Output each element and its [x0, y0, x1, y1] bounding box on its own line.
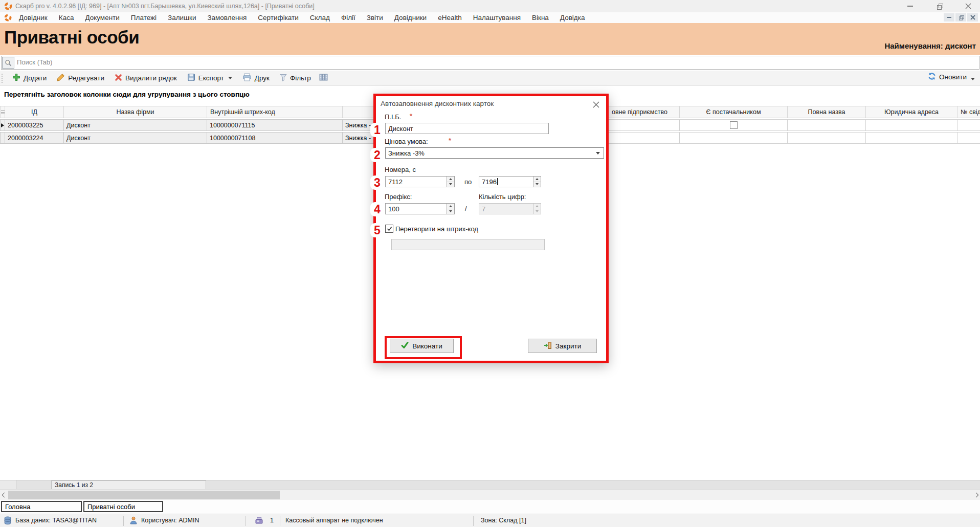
- menu-ehealth[interactable]: eHealth: [432, 14, 467, 21]
- scroll-right-button[interactable]: [972, 490, 980, 500]
- print-button[interactable]: Друк: [237, 72, 275, 85]
- cell-cert[interactable]: [957, 132, 980, 144]
- menu-filii[interactable]: Філії: [336, 14, 361, 21]
- cell-address[interactable]: [866, 132, 957, 144]
- tab-pryvatni-osoby[interactable]: Приватні особи: [83, 501, 163, 512]
- delete-row-button[interactable]: Видалити рядок: [109, 72, 182, 85]
- status-separator: [246, 516, 246, 526]
- pib-input[interactable]: Дисконт: [385, 123, 549, 134]
- cell-id[interactable]: 2000003224: [5, 132, 64, 144]
- number-from-input[interactable]: 7112: [385, 176, 455, 187]
- cell-address[interactable]: [866, 119, 957, 131]
- cell-fullname[interactable]: [788, 119, 866, 131]
- prefix-spinner[interactable]: [447, 204, 454, 214]
- menu-kasa[interactable]: Каса: [53, 14, 80, 21]
- cell-barcode[interactable]: 1000000071115: [207, 119, 343, 131]
- tab-holovna[interactable]: Головна: [1, 501, 82, 512]
- convert-to-barcode-checkbox[interactable]: [385, 225, 393, 233]
- export-button[interactable]: Експорт: [182, 72, 237, 85]
- menu-dovidka[interactable]: Довідка: [554, 14, 591, 21]
- app-window: Скарб pro v. 4.0.2.96 [ІД: 969] - [Апт №…: [0, 0, 980, 527]
- menu-vikna[interactable]: Вікна: [526, 14, 554, 21]
- column-header-cert[interactable]: № свід: [957, 106, 980, 118]
- numbers-from-label: Номера, с: [385, 166, 416, 173]
- column-header-address[interactable]: Юридична адреса: [866, 106, 957, 118]
- page-header: Приватні особи Найменування: дисконт: [0, 23, 980, 55]
- cell-barcode[interactable]: 1000000071108: [207, 132, 343, 144]
- horizontal-scrollbar[interactable]: [0, 489, 980, 500]
- column-header-barcode[interactable]: Внутрішній штрих-код: [207, 106, 343, 118]
- scrollbar-thumb[interactable]: [8, 491, 280, 499]
- menu-sklad[interactable]: Склад: [304, 14, 336, 21]
- execute-annotation-box: [385, 336, 462, 359]
- cell-enterprise[interactable]: [609, 132, 680, 144]
- add-button[interactable]: Додати: [7, 72, 52, 85]
- menu-dokumenty[interactable]: Документи: [79, 14, 125, 21]
- menu-nalashtuvannya[interactable]: Налаштування: [467, 14, 526, 21]
- column-header-fullname[interactable]: Повна назва: [788, 106, 866, 118]
- edit-button[interactable]: Редагувати: [52, 72, 109, 85]
- dialog-close-button[interactable]: Закрити: [528, 339, 597, 353]
- cell-supplier[interactable]: [680, 132, 788, 144]
- cell-firm[interactable]: Дисконт: [64, 119, 207, 131]
- cell-fullname[interactable]: [788, 132, 866, 144]
- close-button[interactable]: [960, 0, 977, 12]
- price-required-mark: *: [449, 137, 451, 144]
- column-chooser-button[interactable]: [316, 72, 331, 85]
- menu-zalyshky[interactable]: Залишки: [162, 14, 202, 21]
- menu-dovidnyky[interactable]: Довідники: [389, 14, 432, 21]
- mdi-window-controls: [943, 13, 978, 21]
- column-header-supplier[interactable]: Є постачальником: [680, 106, 788, 118]
- pib-required-mark: *: [410, 112, 412, 120]
- search-input[interactable]: Поиск (Tab): [1, 56, 979, 70]
- status-separator: [123, 516, 124, 526]
- menu-sertyfikaty[interactable]: Сертифікати: [252, 14, 304, 21]
- supplier-checkbox[interactable]: [730, 121, 738, 129]
- scroll-left-button[interactable]: [0, 490, 8, 500]
- refresh-button[interactable]: Оновити: [928, 72, 967, 82]
- menu-platezhi[interactable]: Платежі: [125, 14, 162, 21]
- mdi-close-button[interactable]: [967, 13, 978, 21]
- refresh-dropdown-arrow[interactable]: [971, 78, 975, 80]
- search-icon[interactable]: [2, 57, 14, 69]
- menu-bar: Довідник Каса Документи Платежі Залишки …: [0, 12, 980, 23]
- column-header-firm[interactable]: Назва фірми: [64, 106, 207, 118]
- status-user: Користувач: ADMIN: [141, 517, 199, 524]
- cell-enterprise[interactable]: [609, 119, 680, 131]
- annotation-1: 1: [370, 123, 384, 137]
- menu-dovidnyk[interactable]: Довідник: [13, 14, 53, 21]
- cell-supplier[interactable]: [680, 119, 788, 131]
- delete-x-icon: [115, 74, 122, 83]
- mdi-minimize-button[interactable]: [944, 13, 954, 21]
- filter-button[interactable]: Фільтр: [275, 72, 316, 85]
- record-bar-segment: [0, 480, 16, 490]
- columns-icon: [319, 74, 328, 82]
- cell-id[interactable]: 2000003225: [5, 119, 64, 131]
- record-count-label: Запись 1 из 2: [51, 480, 206, 490]
- column-header-id[interactable]: ІД: [5, 106, 64, 118]
- title-bar: Скарб pro v. 4.0.2.96 [ІД: 969] - [Апт №…: [0, 0, 980, 12]
- grid-corner-cell[interactable]: [0, 106, 5, 118]
- toolbar: Додати Редагувати Видалити рядок Експорт…: [0, 71, 980, 86]
- chevron-down-icon: [596, 152, 600, 155]
- number-to-spinner[interactable]: [533, 177, 541, 187]
- pencil-icon: [57, 73, 65, 83]
- grid-menu-icon: [1, 111, 5, 114]
- dialog-close-icon[interactable]: [591, 99, 601, 109]
- status-separator: [473, 516, 474, 526]
- printer-icon: [242, 73, 252, 83]
- prefix-input[interactable]: 100: [385, 203, 455, 214]
- column-header-enterprise[interactable]: овне підприємство: [609, 106, 680, 118]
- cell-cert[interactable]: [957, 119, 980, 131]
- current-row-arrow-icon: [1, 123, 4, 127]
- cell-firm[interactable]: Дисконт: [64, 132, 207, 144]
- restore-button[interactable]: [931, 0, 948, 12]
- number-to-input[interactable]: 7196: [479, 176, 541, 187]
- price-condition-select[interactable]: Знижка -3%: [385, 147, 604, 159]
- menu-zamovlennya[interactable]: Замовлення: [202, 14, 252, 21]
- mdi-restore-button[interactable]: [955, 13, 966, 21]
- text-cursor: [497, 178, 498, 185]
- menu-zvity[interactable]: Звіти: [361, 14, 389, 21]
- minimize-button[interactable]: [901, 0, 919, 12]
- number-from-spinner[interactable]: [447, 177, 454, 187]
